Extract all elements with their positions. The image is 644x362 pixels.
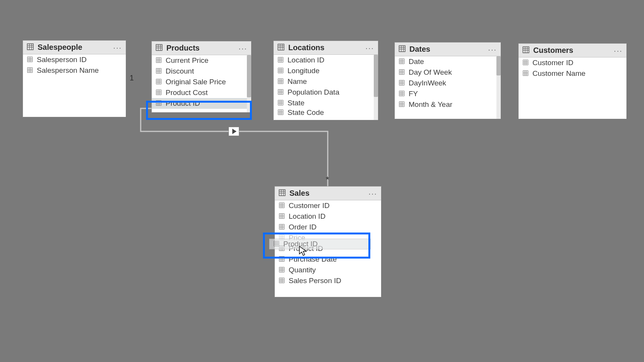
field-label: Salesperson ID [37,56,87,64]
relationship-direction-arrow[interactable] [228,127,239,136]
svg-rect-100 [399,91,404,96]
field-row[interactable]: Discount [152,66,251,77]
field-label: Discount [166,67,194,75]
model-canvas[interactable]: 1 * Salespeople ··· Salesperson ID Sales… [0,0,644,362]
svg-rect-75 [278,110,283,115]
field-row[interactable]: Customer Name [519,68,626,79]
svg-rect-105 [399,102,404,107]
field-row[interactable]: Purchase Date [275,254,381,265]
svg-rect-90 [399,70,404,75]
field-row[interactable]: Quantity [275,265,381,275]
svg-rect-170 [274,241,279,246]
table-header[interactable]: Customers ··· [519,44,626,57]
field-row[interactable]: Current Price [152,55,251,66]
table-field-list: Current Price Discount Original Sale Pri… [152,55,251,112]
field-icon [279,223,285,232]
svg-rect-140 [279,224,284,229]
scrollbar-thumb[interactable] [374,55,378,97]
svg-rect-135 [279,214,284,219]
field-row[interactable]: Population Data [274,87,378,98]
svg-rect-115 [523,60,528,65]
field-label: State Code [288,108,324,116]
table-menu-icon[interactable]: ··· [113,43,122,52]
field-icon [399,79,405,88]
field-row[interactable]: Order ID [275,222,381,233]
field-icon [278,78,284,86]
field-label: Purchase Date [289,255,337,264]
field-icon [279,266,285,275]
table-menu-icon[interactable]: ··· [365,43,374,52]
svg-rect-30 [156,79,161,84]
table-title: Customers [533,46,573,55]
field-icon [399,69,405,77]
field-label: Day Of Week [409,68,452,77]
field-label: FY [409,90,418,98]
field-row[interactable]: FY [395,88,501,99]
field-row[interactable]: Date [395,56,501,67]
table-header[interactable]: Locations ··· [274,41,378,55]
table-icon [399,45,406,54]
field-row[interactable]: State Code [274,108,378,116]
table-field-list: Location ID Longitude Name Population Da… [274,55,378,120]
scrollbar-track[interactable] [374,55,378,120]
drag-ghost: Product ID [269,239,371,249]
table-menu-icon[interactable]: ··· [614,46,623,55]
table-locations[interactable]: Locations ··· Location ID Longitude Name… [273,41,378,120]
field-row[interactable]: DayInWeek [395,78,501,88]
scrollbar-track[interactable] [247,55,251,112]
field-row[interactable]: Original Sale Price [152,77,251,87]
svg-rect-25 [156,69,161,74]
field-row[interactable]: Sales Person ID [275,275,381,286]
svg-rect-35 [156,90,161,95]
drag-ghost-label: Product ID [283,240,318,248]
table-icon [156,44,163,52]
field-label: Quantity [289,266,316,274]
table-field-list: Date Day Of Week DayInWeek FY Month & Ye… [395,56,501,119]
field-row[interactable]: Salesperson Name [23,65,126,76]
field-icon [399,90,405,98]
table-icon [522,46,529,55]
field-row[interactable]: Month & Year [395,99,501,110]
scrollbar-thumb[interactable] [247,55,251,97]
field-label: Name [288,77,307,86]
table-dates[interactable]: Dates ··· Date Day Of Week DayInWeek FY … [394,42,501,119]
table-menu-icon[interactable]: ··· [238,44,247,52]
table-salespeople[interactable]: Salespeople ··· Salesperson ID Salespers… [23,40,126,117]
field-row[interactable]: Product Cost [152,87,251,98]
field-icon [156,78,162,87]
cardinality-many-label: * [326,175,329,185]
field-row[interactable]: Location ID [275,211,381,222]
field-row[interactable]: Customer ID [275,200,381,211]
field-row[interactable]: Name [274,76,378,87]
table-customers[interactable]: Customers ··· Customer ID Customer Name [518,43,627,119]
svg-rect-45 [278,44,284,50]
field-row[interactable]: Customer ID [519,57,626,68]
field-row[interactable]: Longitude [274,66,378,76]
field-row[interactable]: State [274,98,378,108]
field-row-selected[interactable]: Product ID [152,98,251,109]
field-label: State [288,99,304,107]
svg-rect-85 [399,59,404,64]
table-title: Dates [409,45,430,54]
table-title: Sales [289,189,309,198]
scrollbar-thumb[interactable] [496,56,501,75]
field-label: Sales Person ID [289,277,341,285]
scrollbar-track[interactable] [496,56,501,119]
field-row[interactable]: Location ID [274,55,378,66]
table-menu-icon[interactable]: ··· [368,189,377,198]
field-label: Order ID [289,223,317,231]
table-header[interactable]: Salespeople ··· [23,41,126,54]
table-products[interactable]: Products ··· Current Price Discount Orig… [151,41,251,113]
table-header[interactable]: Dates ··· [395,43,501,56]
field-label: Month & Year [409,100,452,109]
table-header[interactable]: Sales ··· [275,187,381,200]
table-header[interactable]: Products ··· [152,41,251,55]
field-row[interactable]: Day Of Week [395,67,501,78]
svg-rect-95 [399,80,404,85]
svg-rect-10 [28,68,33,73]
field-icon [279,256,285,264]
table-icon [27,43,34,52]
field-label: Date [409,57,424,66]
table-menu-icon[interactable]: ··· [488,45,497,54]
field-row[interactable]: Salesperson ID [23,54,126,65]
